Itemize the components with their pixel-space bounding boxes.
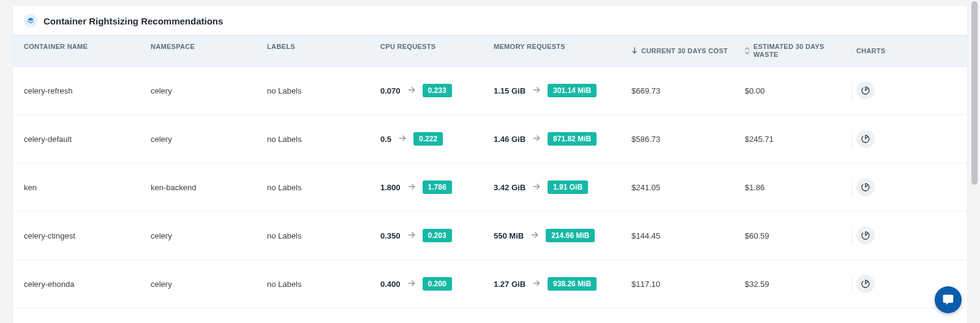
memory-recommended: 1.91 GiB (548, 180, 588, 194)
cell-labels: no Labels (267, 280, 380, 289)
table-row: celery-ehonda celery no Labels 0.400 0.2… (13, 260, 967, 308)
cell-namespace: celery (151, 86, 267, 95)
cell-memory-request: 3.42 GiB 1.91 GiB (494, 180, 631, 194)
cell-memory-request: 1.27 GiB 938.26 MiB (494, 277, 631, 291)
cell-memory-request: 1.46 GiB 871.82 MiB (494, 132, 631, 146)
cell-waste: $1.86 (745, 183, 852, 192)
cell-container-name: ken (13, 183, 151, 192)
memory-current: 1.46 GiB (494, 135, 526, 144)
cpu-recommended: 0.203 (423, 229, 452, 242)
cell-charts (852, 178, 967, 196)
page-scrollbar[interactable] (970, 0, 979, 323)
cell-cost: $144.45 (631, 231, 745, 240)
memory-recommended: 938.26 MiB (548, 277, 597, 291)
table-row: ken ken-backend no Labels 1.800 1.786 3.… (13, 163, 967, 212)
cpu-recommended: 0.233 (423, 84, 452, 97)
memory-recommended: 871.82 MiB (548, 132, 597, 146)
cell-charts (852, 226, 967, 245)
col-header-cost[interactable]: CURRENT 30 DAYS COST (631, 43, 745, 59)
arrow-right-icon (391, 133, 413, 145)
card-header: Container Rightsizing Recommendations (13, 6, 967, 35)
cpu-recommended: 0.222 (413, 132, 443, 146)
col-header-charts: CHARTS (852, 43, 967, 59)
chart-button[interactable] (856, 130, 875, 148)
arrow-right-icon (401, 278, 423, 290)
cell-namespace: celery (151, 280, 267, 289)
memory-recommended: 301.14 MiB (548, 84, 597, 97)
cpu-recommended: 0.200 (423, 277, 452, 291)
arrow-right-icon (401, 230, 423, 242)
table-body: celery-refresh celery no Labels 0.070 0.… (13, 67, 967, 323)
arrow-right-icon (526, 133, 548, 145)
chart-button[interactable] (856, 275, 875, 293)
recommendations-table: CONTAINER NAME NAMESPACE LABELS CPU REQU… (13, 35, 967, 323)
cpu-current: 0.070 (380, 86, 401, 95)
table-row: prometheus-server nops-prometheus-system… (13, 308, 967, 323)
cell-waste: $32.59 (745, 280, 852, 289)
scrollbar-thumb[interactable] (971, 1, 978, 185)
arrow-right-icon (526, 278, 548, 290)
cpu-current: 0.400 (380, 280, 401, 289)
stack-icon (24, 14, 37, 28)
cpu-recommended: 1.786 (423, 180, 452, 194)
arrow-down-icon (631, 47, 638, 54)
cell-namespace: celery (151, 135, 267, 144)
cell-cost: $241.05 (631, 183, 745, 192)
card-title: Container Rightsizing Recommendations (43, 16, 223, 26)
chart-button[interactable] (856, 178, 875, 196)
cell-container-name: celery-refresh (13, 86, 151, 95)
cell-memory-request: 1.15 GiB 301.14 MiB (494, 84, 631, 97)
cell-container-name: celery-ctingest (13, 231, 151, 240)
col-header-cpu[interactable]: CPU REQUESTS (380, 43, 494, 59)
cell-cpu-request: 0.350 0.203 (380, 229, 494, 242)
cpu-current: 0.5 (380, 135, 391, 144)
cell-container-name: celery-default (13, 135, 151, 144)
table-row: celery-refresh celery no Labels 0.070 0.… (13, 67, 967, 115)
sort-icon (745, 47, 750, 54)
cell-memory-request: 550 MiB 214.66 MiB (494, 229, 631, 242)
col-header-memory[interactable]: MEMORY REQUESTS (494, 43, 631, 59)
cell-waste: $0.00 (745, 86, 852, 95)
arrow-right-icon (401, 182, 423, 193)
arrow-right-icon (526, 85, 548, 97)
chart-button[interactable] (856, 226, 875, 245)
table-header: CONTAINER NAME NAMESPACE LABELS CPU REQU… (13, 35, 967, 67)
cell-namespace: celery (151, 231, 267, 240)
memory-current: 1.27 GiB (494, 280, 526, 289)
cell-charts (852, 81, 967, 100)
memory-current: 1.15 GiB (494, 86, 526, 95)
chart-button[interactable] (856, 81, 875, 100)
cell-labels: no Labels (267, 86, 380, 95)
cell-container-name: celery-ehonda (13, 280, 151, 289)
cell-labels: no Labels (267, 231, 380, 240)
cell-cost: $117.10 (631, 280, 745, 289)
cell-labels: no Labels (267, 135, 380, 144)
cell-cost: $669.73 (631, 86, 745, 95)
arrow-right-icon (526, 182, 548, 193)
recommendations-card: Container Rightsizing Recommendations CO… (12, 5, 968, 323)
col-header-waste[interactable]: ESTIMATED 30 DAYS WASTE (745, 43, 852, 59)
cell-waste: $245.71 (745, 135, 852, 144)
cell-cpu-request: 0.400 0.200 (380, 277, 494, 291)
cell-cost: $586.73 (631, 135, 745, 144)
cell-waste: $60.59 (745, 231, 852, 240)
cell-cpu-request: 1.800 1.786 (380, 180, 494, 194)
col-header-namespace[interactable]: NAMESPACE (151, 43, 267, 59)
cpu-current: 1.800 (380, 183, 401, 192)
col-header-labels[interactable]: LABELS (267, 43, 380, 59)
cell-cpu-request: 0.5 0.222 (380, 132, 494, 146)
cell-namespace: ken-backend (151, 183, 267, 192)
table-row: celery-ctingest celery no Labels 0.350 0… (13, 212, 967, 260)
col-header-name[interactable]: CONTAINER NAME (13, 43, 151, 59)
chat-widget-button[interactable] (935, 286, 962, 313)
cell-labels: no Labels (267, 183, 380, 192)
arrow-right-icon (524, 230, 546, 242)
cell-cpu-request: 0.070 0.233 (380, 84, 494, 97)
memory-current: 3.42 GiB (494, 183, 526, 192)
table-row: celery-default celery no Labels 0.5 0.22… (13, 115, 967, 163)
memory-current: 550 MiB (494, 231, 524, 240)
arrow-right-icon (401, 85, 423, 97)
cpu-current: 0.350 (380, 231, 401, 240)
memory-recommended: 214.66 MiB (546, 229, 595, 242)
cell-charts (852, 130, 967, 148)
